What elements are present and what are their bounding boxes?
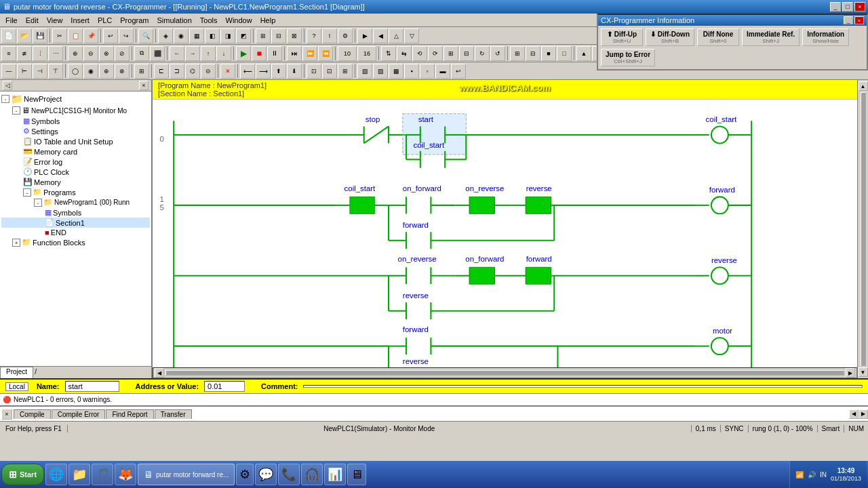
tb2-16[interactable]: 16 — [357, 46, 376, 61]
tb-d2[interactable]: ! — [322, 28, 337, 43]
tree-item-newplc1[interactable]: - 🖥 NewPLC1[CS1G-H] Monitor Mo — [1, 105, 150, 116]
address-value-box[interactable]: 0.01 — [204, 381, 245, 392]
tb2-b3[interactable]: ⋮ — [33, 46, 47, 61]
tb2-f2[interactable]: ⇆ — [397, 46, 412, 61]
collapse-btn[interactable]: ◁ — [3, 81, 12, 90]
tb3-b10[interactable]: ⊏ — [154, 64, 169, 79]
tb2-b8[interactable]: ⊘ — [115, 46, 130, 61]
info-btn-jumptoerror[interactable]: Jump to Error Ctrl+Shift+J — [601, 49, 655, 66]
tb3-b12[interactable]: ⌬ — [185, 64, 200, 79]
tb2-b10[interactable]: ⬛ — [150, 46, 165, 61]
menu-window[interactable]: Window — [222, 15, 256, 26]
tb3-b24[interactable]: ▩ — [389, 64, 403, 79]
tb2-f3[interactable]: ⟲ — [412, 46, 427, 61]
menu-tools[interactable]: Tools — [196, 15, 222, 26]
info-btn-immediateref[interactable]: Immediate Ref. Shift+J — [742, 28, 800, 46]
tb-cxone[interactable]: ⚙ — [236, 464, 254, 485]
tb-media[interactable]: 🎵 — [92, 464, 113, 485]
info-close[interactable]: × — [854, 16, 864, 24]
scroll-thumb-v[interactable] — [861, 92, 866, 366]
tb-explorer[interactable]: 📁 — [68, 464, 90, 485]
tree-item-programs[interactable]: - 📁 Programs — [1, 187, 150, 197]
menu-edit[interactable]: Edit — [22, 15, 43, 26]
tb3-b19[interactable]: ⊡ — [307, 64, 321, 79]
tb3-b3[interactable]: ⊣ — [33, 64, 47, 79]
tb-open[interactable]: 📂 — [17, 28, 32, 43]
tb2-step1[interactable]: ⏭ — [287, 46, 302, 61]
tb-ie[interactable]: 🌐 — [45, 464, 67, 485]
h-scrollbar[interactable]: ◀ ▶ — [153, 367, 857, 378]
tb2-g1[interactable]: ⊞ — [510, 46, 525, 61]
scroll-down[interactable]: ▼ — [859, 367, 868, 377]
tb3-b22[interactable]: ▧ — [357, 64, 372, 79]
tb-b1[interactable]: ◈ — [158, 28, 173, 43]
tb3-b11[interactable]: ⊐ — [170, 64, 184, 79]
tb-cut[interactable]: ✂ — [52, 28, 67, 43]
tb-cx-programmer[interactable]: 🖥 putar motor forward re... — [138, 464, 235, 485]
menu-program[interactable]: Program — [116, 15, 153, 26]
tb-e1[interactable]: ▶ — [357, 28, 372, 43]
tb2-stop[interactable]: ■ — [252, 46, 267, 61]
tb2-f4[interactable]: ⟳ — [428, 46, 443, 61]
diagram-panel[interactable]: www.BANDICAM.com [Program Name : NewProg… — [153, 80, 857, 378]
tree-item-section1[interactable]: 📄 Section1 — [1, 218, 150, 228]
tb3-b5[interactable]: ◯ — [68, 64, 83, 79]
tb2-g3[interactable]: ■ — [541, 46, 556, 61]
name-value-box[interactable]: start — [65, 381, 119, 392]
tree-item-funcblocks[interactable]: + 📁 Function Blocks — [1, 237, 150, 247]
tree-item-plc-clock[interactable]: 🕐 PLC Clock — [1, 167, 150, 177]
tb-find[interactable]: 🔍 — [138, 28, 153, 43]
tb3-b6[interactable]: ◉ — [83, 64, 98, 79]
tb-line[interactable]: 💬 — [255, 464, 277, 485]
tb2-step2[interactable]: ⏩ — [302, 46, 317, 61]
tb2-play[interactable]: ▶ — [236, 46, 251, 61]
ladder-svg[interactable]: 0 stop start — [153, 100, 857, 378]
menu-view[interactable]: View — [43, 15, 67, 26]
tb3-b18[interactable]: ⬇ — [287, 64, 302, 79]
v-scrollbar[interactable]: ▲ ▼ — [857, 80, 868, 378]
close-btn[interactable]: × — [854, 2, 865, 12]
tb-b5[interactable]: ◨ — [220, 28, 235, 43]
menu-plc[interactable]: PLC — [94, 15, 116, 26]
tree-item-sym2[interactable]: ▦ Symbols — [1, 207, 150, 218]
tb2-b2[interactable]: ≢ — [17, 46, 32, 61]
tb3-b26[interactable]: ▫ — [420, 64, 435, 79]
tab-transfer[interactable]: Transfer — [155, 409, 192, 419]
scroll-right[interactable]: ▶ — [846, 368, 855, 378]
tb-e3[interactable]: △ — [389, 28, 403, 43]
tb-c2[interactable]: ⊟ — [271, 28, 286, 43]
info-minimize[interactable]: _ — [844, 16, 853, 24]
tb2-b13[interactable]: ↑ — [201, 46, 216, 61]
tb2-b1[interactable]: ≡ — [1, 46, 16, 61]
tab-find-report[interactable]: Find Report — [106, 409, 153, 419]
tb3-b8[interactable]: ⊗ — [115, 64, 130, 79]
info-btn-diffnone[interactable]: Diff None Shift+0 — [697, 28, 739, 46]
tb2-f1[interactable]: ⇅ — [381, 46, 396, 61]
tree-item-newproject[interactable]: - 📁 NewProject — [1, 93, 150, 105]
tb2-b9[interactable]: ⧉ — [134, 46, 149, 61]
start-btn[interactable]: ⊞ Start — [1, 464, 44, 485]
tb3-b21[interactable]: ⊞ — [338, 64, 353, 79]
tb3-b23[interactable]: ▨ — [373, 64, 388, 79]
minimize-btn[interactable]: _ — [830, 2, 841, 12]
tb-d3[interactable]: ⚙ — [338, 28, 353, 43]
tb-skype[interactable]: 📞 — [278, 464, 300, 485]
restore-btn[interactable]: □ — [842, 2, 853, 12]
tb-e2[interactable]: ◀ — [373, 28, 388, 43]
tb3-b14[interactable]: ✕ — [220, 64, 235, 79]
menu-help[interactable]: Help — [256, 15, 280, 26]
tb3-b1[interactable]: — — [1, 64, 16, 79]
tb2-b12[interactable]: → — [185, 46, 200, 61]
tb-c3[interactable]: ⊠ — [287, 28, 302, 43]
tb2-b6[interactable]: ⊖ — [83, 46, 98, 61]
menu-file[interactable]: File — [1, 15, 22, 26]
tb2-b14[interactable]: ↓ — [216, 46, 231, 61]
tb3-b15[interactable]: ⟵ — [240, 64, 255, 79]
info-btn-diffdown[interactable]: ⬇ Diff-Down Shift+B — [646, 28, 694, 46]
tree-item-settings[interactable]: ⚙ Settings — [1, 126, 150, 136]
close-compile[interactable]: × — [1, 409, 12, 420]
tb-winamp[interactable]: 🎧 — [301, 464, 323, 485]
tb2-g4[interactable]: □ — [557, 46, 572, 61]
tb3-b9[interactable]: ⊞ — [134, 64, 149, 79]
compile-scroll-left[interactable]: ◀ — [849, 409, 859, 419]
